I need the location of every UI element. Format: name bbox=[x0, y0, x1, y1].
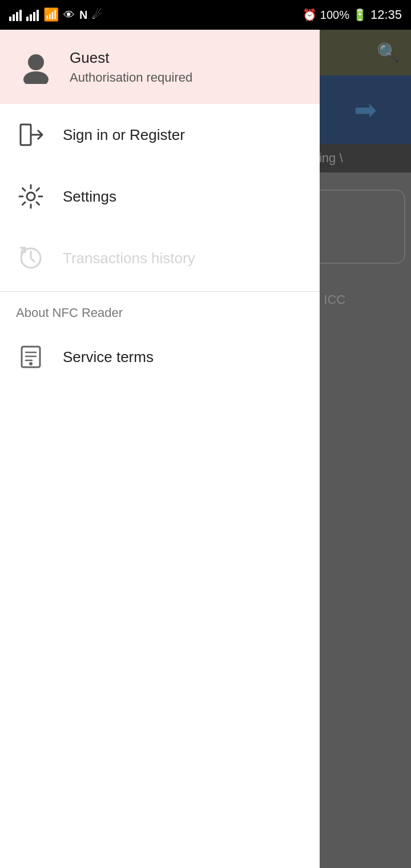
history-icon bbox=[16, 243, 46, 273]
menu-divider bbox=[0, 291, 320, 292]
user-subtitle: Authorisation required bbox=[70, 70, 192, 85]
user-name: Guest bbox=[70, 49, 192, 67]
service-terms-label: Service terms bbox=[63, 348, 154, 366]
menu-item-service-terms[interactable]: Service terms bbox=[0, 326, 320, 388]
settings-label: Settings bbox=[63, 188, 116, 206]
battery-text: 100% bbox=[320, 9, 349, 22]
navigation-drawer: Guest Authorisation required Sign in or … bbox=[0, 30, 320, 868]
avatar bbox=[16, 47, 56, 87]
svg-point-0 bbox=[28, 54, 44, 70]
svg-rect-2 bbox=[21, 124, 31, 145]
signal-icon-2 bbox=[26, 9, 39, 21]
settings-icon bbox=[16, 182, 46, 211]
usb-icon: ☄ bbox=[92, 8, 102, 22]
signal-icon-1 bbox=[9, 9, 22, 21]
section-header-about: About NFC Reader bbox=[0, 294, 320, 326]
svg-point-1 bbox=[23, 71, 49, 84]
alarm-icon: ⏰ bbox=[303, 8, 317, 22]
battery-icon: 🔋 bbox=[353, 8, 367, 22]
nfc-icon: N bbox=[79, 9, 87, 22]
status-bar-left: 📶 👁 N ☄ bbox=[9, 7, 102, 22]
svg-point-4 bbox=[27, 192, 35, 200]
menu-item-signin[interactable]: Sign in or Register bbox=[0, 104, 320, 166]
signin-label: Sign in or Register bbox=[63, 126, 185, 144]
wifi-icon: 📶 bbox=[43, 7, 59, 22]
user-header: Guest Authorisation required bbox=[0, 30, 320, 104]
info-icon bbox=[16, 342, 46, 372]
user-info: Guest Authorisation required bbox=[70, 49, 192, 85]
svg-point-10 bbox=[29, 362, 33, 365]
signin-icon bbox=[16, 120, 46, 150]
status-bar-right: ⏰ 100% 🔋 12:35 bbox=[303, 7, 402, 22]
transactions-label: Transactions history bbox=[63, 250, 195, 267]
menu-item-settings[interactable]: Settings bbox=[0, 166, 320, 227]
eye-icon: 👁 bbox=[63, 9, 75, 22]
time-display: 12:35 bbox=[370, 7, 402, 22]
menu-list: Sign in or Register Settings bbox=[0, 104, 320, 868]
menu-item-transactions: Transactions history bbox=[0, 227, 320, 289]
status-bar: 📶 👁 N ☄ ⏰ 100% 🔋 12:35 bbox=[0, 0, 411, 30]
